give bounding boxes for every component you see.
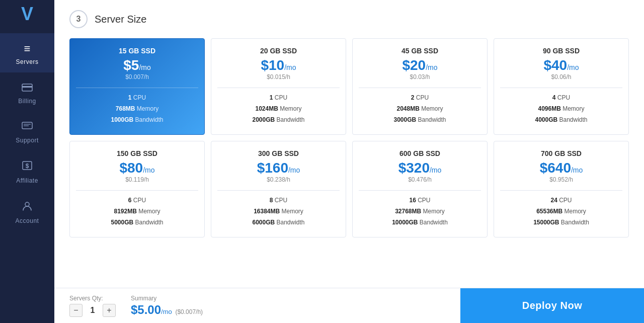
- card-memory-1: 768MB Memory: [76, 104, 198, 113]
- card-memory-5: 8192MB Memory: [76, 207, 198, 216]
- server-card-2[interactable]: 20 GB SSD $10/mo $0.015/h 1 CPU 1024MB M…: [211, 38, 346, 135]
- card-hourly-2: $0.015/h: [217, 73, 340, 80]
- card-price-4: $40/mo: [500, 58, 622, 73]
- footer-bar: Servers Qty: − 1 + Summary $5.00/mo ($0.…: [54, 288, 644, 323]
- card-price-7: $320/mo: [359, 160, 481, 176]
- qty-section: Servers Qty: − 1 +: [69, 295, 116, 317]
- card-cpu-5: 6 CPU: [76, 196, 198, 205]
- qty-plus-button[interactable]: +: [103, 304, 116, 317]
- sidebar-label-affiliate: Affiliate: [16, 177, 38, 184]
- server-card-1[interactable]: 15 GB SSD $5/mo $0.007/h 1 CPU 768MB Mem…: [69, 38, 205, 135]
- step-number: 3: [69, 10, 88, 28]
- servers-icon: ≡: [24, 42, 31, 55]
- card-cpu-6: 8 CPU: [217, 196, 340, 205]
- qty-label: Servers Qty:: [69, 295, 116, 302]
- card-hourly-1: $0.007/h: [76, 73, 198, 80]
- content-area: 3 Server Size 15 GB SSD $5/mo $0.007/h 1…: [54, 0, 644, 288]
- server-grid-row2: 150 GB SSD $80/mo $0.119/h 6 CPU 8192MB …: [69, 141, 629, 237]
- sidebar-item-affiliate[interactable]: $ Affiliate: [0, 151, 54, 191]
- summary-price-row: $5.00/mo ($0.007/h): [131, 303, 203, 317]
- card-bandwidth-8: 15000GB Bandwidth: [500, 218, 622, 227]
- svg-text:$: $: [26, 163, 29, 170]
- card-cpu-7: 16 CPU: [359, 196, 481, 205]
- card-bandwidth-7: 10000GB Bandwidth: [359, 218, 481, 227]
- card-memory-2: 1024MB Memory: [217, 104, 340, 113]
- step-title: Server Size: [95, 14, 146, 25]
- server-card-8[interactable]: 700 GB SSD $640/mo $0.952/h 24 CPU 65536…: [494, 141, 629, 237]
- card-storage-7: 600 GB SSD: [359, 149, 481, 157]
- card-price-5: $80/mo: [76, 160, 198, 176]
- card-storage-1: 15 GB SSD: [76, 47, 198, 55]
- qty-minus-button[interactable]: −: [69, 304, 83, 317]
- card-hourly-6: $0.238/h: [217, 176, 340, 183]
- server-card-3[interactable]: 45 GB SSD $20/mo $0.03/h 2 CPU 2048MB Me…: [352, 38, 488, 135]
- card-bandwidth-1: 1000GB Bandwidth: [76, 115, 198, 124]
- card-bandwidth-5: 5000GB Bandwidth: [76, 218, 198, 227]
- server-grid-row1: 15 GB SSD $5/mo $0.007/h 1 CPU 768MB Mem…: [69, 38, 629, 135]
- card-memory-8: 65536MB Memory: [500, 207, 622, 216]
- account-icon: [22, 200, 33, 214]
- qty-value: 1: [88, 306, 98, 315]
- logo: V: [21, 5, 33, 23]
- card-price-8: $640/mo: [500, 160, 622, 176]
- affiliate-icon: $: [22, 160, 33, 174]
- card-memory-6: 16384MB Memory: [217, 207, 340, 216]
- card-hourly-7: $0.476/h: [359, 176, 481, 183]
- card-storage-2: 20 GB SSD: [217, 47, 340, 55]
- sidebar-item-support[interactable]: Support: [0, 112, 54, 151]
- sidebar: V ≡ Servers Billing Support $: [0, 0, 54, 323]
- card-cpu-8: 24 CPU: [500, 196, 622, 205]
- server-card-4[interactable]: 90 GB SSD $40/mo $0.06/h 4 CPU 4096MB Me…: [494, 38, 629, 135]
- sidebar-item-billing[interactable]: Billing: [0, 72, 54, 112]
- step-header: 3 Server Size: [69, 10, 629, 28]
- main-content: 3 Server Size 15 GB SSD $5/mo $0.007/h 1…: [54, 0, 644, 323]
- card-hourly-8: $0.952/h: [500, 176, 622, 183]
- card-bandwidth-2: 2000GB Bandwidth: [217, 115, 340, 124]
- card-cpu-2: 1 CPU: [217, 93, 340, 102]
- card-storage-5: 150 GB SSD: [76, 149, 198, 157]
- sidebar-label-billing: Billing: [18, 98, 36, 105]
- summary-hourly: ($0.007/h): [175, 308, 203, 315]
- sidebar-label-servers: Servers: [16, 58, 39, 65]
- server-card-7[interactable]: 600 GB SSD $320/mo $0.476/h 16 CPU 32768…: [352, 141, 488, 237]
- card-cpu-4: 4 CPU: [500, 93, 622, 102]
- support-icon: [22, 121, 33, 134]
- card-hourly-5: $0.119/h: [76, 176, 198, 183]
- card-price-6: $160/mo: [217, 160, 340, 176]
- card-bandwidth-3: 3000GB Bandwidth: [359, 115, 481, 124]
- card-storage-8: 700 GB SSD: [500, 149, 622, 157]
- summary-section: Summary $5.00/mo ($0.007/h): [131, 295, 203, 317]
- card-storage-6: 300 GB SSD: [217, 149, 340, 157]
- server-card-6[interactable]: 300 GB SSD $160/mo $0.238/h 8 CPU 16384M…: [211, 141, 346, 237]
- card-bandwidth-4: 4000GB Bandwidth: [500, 115, 622, 124]
- card-storage-4: 90 GB SSD: [500, 47, 622, 55]
- sidebar-label-account: Account: [16, 217, 39, 224]
- svg-point-7: [25, 202, 29, 206]
- summary-label: Summary: [131, 295, 203, 302]
- card-hourly-4: $0.06/h: [500, 73, 622, 80]
- card-price-2: $10/mo: [217, 58, 340, 73]
- sidebar-label-support: Support: [16, 137, 39, 144]
- sidebar-item-account[interactable]: Account: [0, 191, 54, 231]
- card-memory-3: 2048MB Memory: [359, 104, 481, 113]
- card-hourly-3: $0.03/h: [359, 73, 481, 80]
- card-cpu-3: 2 CPU: [359, 93, 481, 102]
- qty-control: − 1 +: [69, 304, 116, 317]
- card-memory-4: 4096MB Memory: [500, 104, 622, 113]
- card-memory-7: 32768MB Memory: [359, 207, 481, 216]
- billing-icon: [22, 82, 33, 95]
- card-price-3: $20/mo: [359, 58, 481, 73]
- card-cpu-1: 1 CPU: [76, 93, 198, 102]
- card-storage-3: 45 GB SSD: [359, 47, 481, 55]
- server-card-5[interactable]: 150 GB SSD $80/mo $0.119/h 6 CPU 8192MB …: [69, 141, 205, 237]
- card-bandwidth-6: 6000GB Bandwidth: [217, 218, 340, 227]
- deploy-now-button[interactable]: Deploy Now: [460, 288, 644, 324]
- svg-rect-1: [22, 86, 32, 88]
- card-price-1: $5/mo: [76, 58, 198, 73]
- summary-price: $5.00/mo: [131, 303, 175, 316]
- sidebar-item-servers[interactable]: ≡ Servers: [0, 33, 54, 72]
